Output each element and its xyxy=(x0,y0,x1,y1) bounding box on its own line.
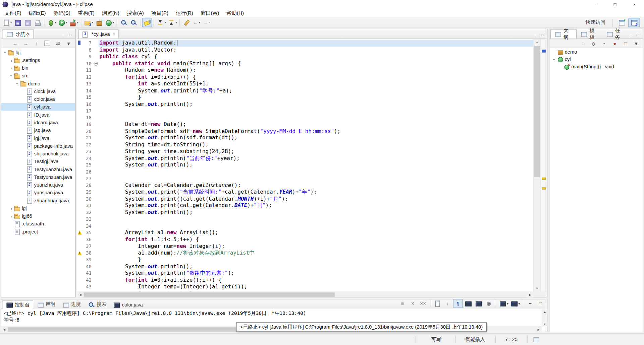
search-button[interactable] xyxy=(128,18,138,27)
maximize-button[interactable]: □ xyxy=(605,0,625,9)
outline-tab-item[interactable]: 大纲 xyxy=(550,29,577,39)
run-button[interactable]: ▾ xyxy=(57,18,68,27)
console-tab-item[interactable]: 搜索 xyxy=(84,300,110,309)
open-type-button[interactable] xyxy=(119,18,128,27)
menu-item-s[interactable]: 源码(S) xyxy=(50,9,74,17)
console-tab-color-java[interactable]: color.java xyxy=(110,300,146,309)
back-button[interactable]: ←▾ xyxy=(192,18,201,27)
editor-tab-cyl-java[interactable]: *cyl.java × xyxy=(78,29,118,39)
maximize-view-icon[interactable]: □ xyxy=(635,33,641,37)
vertical-scroll-thumb[interactable] xyxy=(534,46,540,177)
maximize-editor-icon[interactable]: □ xyxy=(539,33,545,37)
tree-item-zhuanhuan-java[interactable]: zhuanhuan.java xyxy=(1,197,75,204)
new-java-project-dropdown-icon[interactable]: ▾ xyxy=(92,20,93,24)
code-editor[interactable]: 7import java.util.Random;8import java.ut… xyxy=(77,39,547,291)
tree-item-lgj66[interactable]: ›lgj66 xyxy=(1,212,75,220)
collapse-all-button[interactable]: − xyxy=(42,39,52,48)
twisty-icon[interactable]: › xyxy=(9,73,14,78)
display-selected-console-dropdown-icon[interactable]: ▾ xyxy=(507,302,508,305)
tree-item-package-info-java[interactable]: package-info.java xyxy=(1,142,75,150)
tree-item-bin[interactable]: ›bin xyxy=(1,64,75,72)
menu-item-a[interactable]: 搜索(A) xyxy=(123,9,148,17)
forward-button[interactable]: →▾ xyxy=(201,18,211,27)
menu-item-f[interactable]: 文件(F) xyxy=(1,9,25,17)
external-tools-button[interactable]: ▾ xyxy=(68,18,79,27)
run-dropdown-icon[interactable]: ▾ xyxy=(66,20,67,24)
close-button[interactable]: × xyxy=(625,0,644,9)
scroll-left-icon[interactable]: ◀ xyxy=(77,292,83,297)
minimize-console-button[interactable]: − xyxy=(525,299,535,308)
forward-dropdown-icon[interactable]: ▾ xyxy=(209,20,210,24)
minimize-view-icon[interactable]: − xyxy=(628,33,634,37)
up-button[interactable]: ↑ xyxy=(32,39,41,48)
outline-tab-item[interactable]: 模板 xyxy=(577,29,602,39)
open-console-dropdown-icon[interactable]: ▾ xyxy=(518,302,520,305)
scroll-left-icon[interactable]: ◀ xyxy=(1,327,7,332)
scroll-down-icon[interactable]: ▼ xyxy=(542,322,547,327)
scroll-right-icon[interactable]: ▶ xyxy=(527,292,533,297)
print-button[interactable] xyxy=(33,18,42,27)
tree-item-shijianchuli-java[interactable]: shijianchuli.java xyxy=(1,150,75,157)
status-view-icon[interactable] xyxy=(532,336,540,343)
navigator-tab[interactable]: 导航器 xyxy=(2,29,34,39)
tree-item-lgj[interactable]: ›lgj xyxy=(1,204,75,212)
menu-item-h[interactable]: 帮助(H) xyxy=(223,9,248,17)
editor-vertical-scrollbar[interactable]: ▲ ▼ xyxy=(533,39,540,291)
twisty-icon[interactable]: › xyxy=(9,206,14,211)
clear-console-button[interactable] xyxy=(432,299,442,308)
twisty-icon[interactable]: › xyxy=(9,213,14,218)
warning-marker[interactable] xyxy=(542,178,546,180)
new-class-dropdown-icon[interactable]: ▾ xyxy=(113,20,114,24)
external-tools-dropdown-icon[interactable]: ▾ xyxy=(77,20,78,24)
last-edit-location-button[interactable] xyxy=(181,18,191,27)
pin-console-button[interactable]: ◉ xyxy=(484,299,493,308)
next-annotation-dropdown-icon[interactable]: ▾ xyxy=(164,20,166,24)
java-perspective-button[interactable] xyxy=(628,18,640,27)
hide-fields-button[interactable]: ◇ xyxy=(589,39,598,48)
open-console-button[interactable]: ▾ xyxy=(510,299,521,308)
display-selected-console-button[interactable]: ▾ xyxy=(498,299,509,308)
link-with-editor-button[interactable]: ⇄ xyxy=(53,39,63,48)
tree-item-yunsuan-java[interactable]: yunsuan.java xyxy=(1,189,75,196)
new-package-button[interactable] xyxy=(94,18,104,27)
console-tab-item[interactable]: 声明 xyxy=(33,300,59,309)
outline-item-main-string-void[interactable]: main(String[]) : void xyxy=(549,63,643,71)
back-dropdown-icon[interactable]: ▾ xyxy=(199,20,200,24)
new-dropdown-icon[interactable]: ▾ xyxy=(10,20,12,24)
scroll-up-icon[interactable]: ▲ xyxy=(542,309,547,314)
console-tab-item[interactable]: 控制台 xyxy=(2,300,33,309)
show-on-stdout-button[interactable] xyxy=(463,299,473,308)
twisty-icon[interactable]: › xyxy=(15,81,20,86)
tree-item-testlgj-java[interactable]: Testlgj.java xyxy=(1,157,75,165)
tree-item-cyl-java[interactable]: cyl.java xyxy=(1,103,75,111)
open-perspective-button[interactable] xyxy=(616,18,628,27)
forward-button[interactable]: → xyxy=(21,39,31,48)
new-java-project-button[interactable]: ▾ xyxy=(83,18,94,27)
save-button[interactable] xyxy=(13,18,22,27)
tree-item-lgj[interactable]: ›lgj xyxy=(1,48,75,56)
menu-item-e[interactable]: 编辑(E) xyxy=(25,9,50,17)
twisty-icon[interactable]: › xyxy=(552,57,557,62)
maximize-console-button[interactable]: □ xyxy=(536,299,545,308)
view-menu-button[interactable]: ▾ xyxy=(64,39,73,48)
mark-occurrences-button[interactable] xyxy=(142,18,152,27)
horizontal-scroll-thumb[interactable] xyxy=(84,292,335,297)
minimize-button[interactable]: — xyxy=(586,0,605,9)
tree-item-demo[interactable]: ›demo xyxy=(1,80,75,87)
minimize-editor-icon[interactable]: − xyxy=(532,33,538,37)
save-all-button[interactable] xyxy=(22,18,32,27)
menu-item-p[interactable]: 项目(P) xyxy=(148,9,172,17)
outline-tab-item[interactable]: 任务 xyxy=(602,29,628,39)
scroll-right-icon[interactable]: ▶ xyxy=(536,327,542,332)
twisty-icon[interactable]: › xyxy=(3,50,8,55)
word-wrap-button[interactable]: ¶ xyxy=(453,299,463,308)
cursor-position-marker[interactable] xyxy=(542,50,546,53)
tree-item-testyunsuan-java[interactable]: Testyunsuan.java xyxy=(1,173,75,181)
debug-dropdown-icon[interactable]: ▾ xyxy=(55,20,56,24)
hide-local-types-button[interactable]: □ xyxy=(621,39,630,48)
tree-item-idcard-java[interactable]: idcard.java xyxy=(1,119,75,126)
outline-item-cyl[interactable]: ›cyl xyxy=(549,56,643,63)
quick-access-button[interactable]: 快速访问 xyxy=(582,18,609,27)
hide-static-members-button[interactable]: ▪ xyxy=(599,39,609,48)
tree-item-jsq-java[interactable]: jsq.java xyxy=(1,126,75,134)
